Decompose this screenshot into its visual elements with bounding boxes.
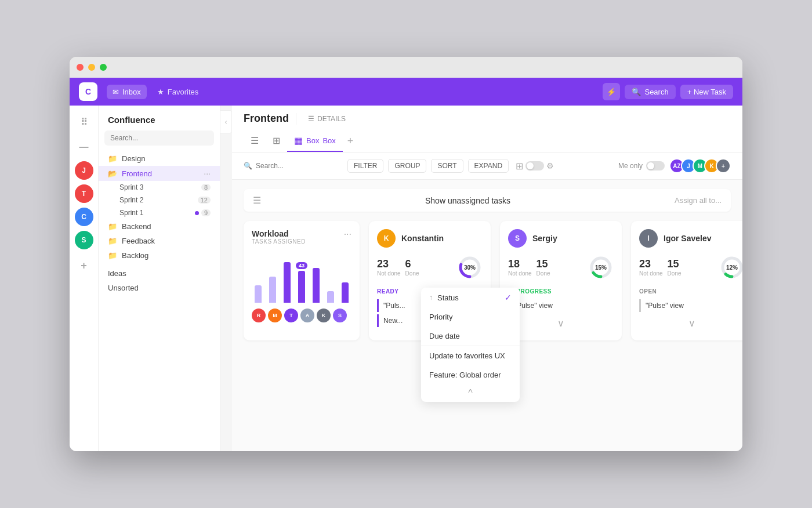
close-button[interactable] xyxy=(77,64,84,71)
dropdown-item-global[interactable]: Feature: Global order xyxy=(421,365,520,384)
task-item-sergiy-pulse[interactable]: "Pulse" view xyxy=(508,299,614,312)
me-only-switch[interactable] xyxy=(646,161,665,170)
details-icon: ☰ xyxy=(308,115,314,123)
add-workspace-button[interactable]: + xyxy=(75,256,93,275)
bar-2 xyxy=(269,277,276,303)
workload-subtitle: TASKS ASSIGNED xyxy=(252,238,306,245)
inbox-button[interactable]: ✉ Inbox xyxy=(107,85,147,99)
w-avatar-m[interactable]: M xyxy=(268,309,282,322)
task-item-igor-pulse[interactable]: "Pulse" view xyxy=(639,299,742,312)
igor-expand[interactable]: ∨ xyxy=(639,314,742,332)
sort-button[interactable]: SORT xyxy=(431,159,463,173)
apps-icon[interactable]: ⠿ xyxy=(75,113,93,131)
status-option: ↑ Status xyxy=(429,293,459,302)
sidebar-item-design[interactable]: 📁 Design xyxy=(99,151,220,166)
maximize-button[interactable] xyxy=(100,64,107,71)
tab-list[interactable]: ☰ xyxy=(244,130,266,152)
update-label: Update to favorites UX xyxy=(429,351,505,360)
sprint2-badge: 12 xyxy=(198,197,211,204)
sidebar-item-sprint2[interactable]: Sprint 2 12 xyxy=(99,194,220,206)
dropdown-item-status[interactable]: ↑ Status ✓ xyxy=(421,288,520,307)
bar-col-1 xyxy=(252,285,264,303)
dropdown-item-priority[interactable]: Priority xyxy=(421,307,520,326)
content-header: Frontend ☰ DETAILS ☰ ⊞ ▦ xyxy=(232,106,742,153)
sidebar-item-ideas[interactable]: Ideas xyxy=(99,266,220,281)
assign-all-button[interactable]: Assign all to... xyxy=(675,196,722,205)
bar-chart: 43 xyxy=(252,262,351,303)
bar-col-2 xyxy=(266,277,278,303)
collapse-icon[interactable]: — xyxy=(75,138,93,157)
igor-donut: 12% xyxy=(719,255,742,280)
user-avatar-s[interactable]: S xyxy=(75,231,93,249)
sergiy-avatar: S xyxy=(508,229,527,248)
grid-icon[interactable]: ⊞ xyxy=(516,161,523,172)
board: ☰ Show unassigned tasks Assign all to...… xyxy=(232,180,742,451)
menu-icon: ☰ xyxy=(253,195,261,206)
w-avatar-s[interactable]: S xyxy=(333,309,347,322)
workload-menu-icon[interactable]: ··· xyxy=(344,229,351,240)
toolbar-right: Me only AZ J M K + xyxy=(618,158,731,173)
w-avatar-k[interactable]: K xyxy=(317,309,331,322)
folder-icon: 📁 xyxy=(108,251,117,260)
search-button[interactable]: 🔍 Search xyxy=(625,85,675,99)
me-only-toggle[interactable]: Me only xyxy=(618,161,665,170)
sidebar-collapse-button[interactable]: ‹ xyxy=(220,110,232,133)
topbar: C ✉ Inbox ★ Favorites ⚡ 🔍 Search + New T… xyxy=(70,78,742,106)
sergiy-stats: 18 Not done 15 Done xyxy=(508,255,614,280)
new-task-button[interactable]: + New Task xyxy=(680,85,733,99)
sidebar-label-backend: Backend xyxy=(122,222,151,231)
arrow-up-icon: ↑ xyxy=(429,293,433,302)
tab-columns[interactable]: ⊞ xyxy=(266,130,287,152)
expand-button[interactable]: EXPAND xyxy=(468,159,509,173)
sidebar-search-input[interactable] xyxy=(104,130,214,146)
search-icon: 🔍 xyxy=(632,88,641,96)
w-avatar-r[interactable]: R xyxy=(252,309,266,322)
minimize-button[interactable] xyxy=(88,64,95,71)
sidebar-item-sprint3[interactable]: Sprint 3 8 xyxy=(99,181,220,194)
sidebar-item-frontend[interactable]: 📂 Frontend ··· xyxy=(99,166,220,181)
sidebar-label-design: Design xyxy=(122,154,145,163)
stat-done: 15 Done xyxy=(536,258,550,277)
favorites-button[interactable]: ★ Favorites xyxy=(151,85,204,99)
tab-box[interactable]: ▦ Box Box xyxy=(287,130,343,152)
user-avatar-j[interactable]: J xyxy=(75,161,93,180)
sidebar-item-backend[interactable]: 📁 Backend xyxy=(99,219,220,234)
sergiy-not-done: 18 xyxy=(508,258,532,270)
content-title-row: Frontend ☰ DETAILS xyxy=(244,113,731,125)
add-view-button[interactable]: + xyxy=(343,130,358,152)
igor-name: Igor Savelev xyxy=(664,234,712,243)
group-button[interactable]: GROUP xyxy=(388,159,426,173)
search-icon: 🔍 xyxy=(244,162,252,170)
filter-button[interactable]: FILTER xyxy=(347,159,383,173)
dropdown-item-update[interactable]: Update to favorites UX xyxy=(421,346,520,365)
dropdown-item-duedate[interactable]: Due date xyxy=(421,326,520,346)
details-button[interactable]: ☰ DETAILS xyxy=(303,113,350,125)
workload-title: Workload xyxy=(252,229,306,238)
view-toggle[interactable] xyxy=(525,161,544,170)
sidebar-item-sprint1[interactable]: Sprint 1 9 xyxy=(99,206,220,219)
workload-chart: 43 xyxy=(252,251,351,303)
user-avatar-c[interactable]: C xyxy=(75,208,93,226)
search-input[interactable] xyxy=(256,162,343,170)
igor-done: 15 xyxy=(668,258,682,270)
lightning-button[interactable]: ⚡ xyxy=(603,83,620,100)
avatar-plus[interactable]: + xyxy=(716,158,731,173)
sidebar-label-backlog: Backlog xyxy=(122,251,148,260)
igor-status: OPEN xyxy=(639,287,742,296)
sergiy-expand[interactable]: ∨ xyxy=(508,314,614,332)
sidebar-item-feedback[interactable]: 📁 Feedback xyxy=(99,234,220,248)
w-avatar-a[interactable]: A xyxy=(300,309,314,322)
sidebar-item-unsorted[interactable]: Unsorted xyxy=(99,281,220,295)
search-area: 🔍 xyxy=(244,162,343,170)
unsorted-label: Unsorted xyxy=(108,284,139,292)
dropdown-collapse-button[interactable]: ^ xyxy=(421,384,520,402)
sidebar: Confluence 📁 Design 📂 Frontend ··· Sprin… xyxy=(99,106,220,451)
settings-icon[interactable]: ⚙ xyxy=(546,161,554,170)
user-avatar-t[interactable]: T xyxy=(75,184,93,203)
sidebar-item-backlog[interactable]: 📁 Backlog xyxy=(99,248,220,263)
sergiy-tasks: IN PROGRESS "Pulse" view ∨ xyxy=(508,287,614,332)
app-logo: C xyxy=(79,82,97,101)
more-options-icon[interactable]: ··· xyxy=(204,169,211,178)
sergiy-name: Sergiy xyxy=(532,234,557,243)
w-avatar-t[interactable]: T xyxy=(284,309,298,322)
